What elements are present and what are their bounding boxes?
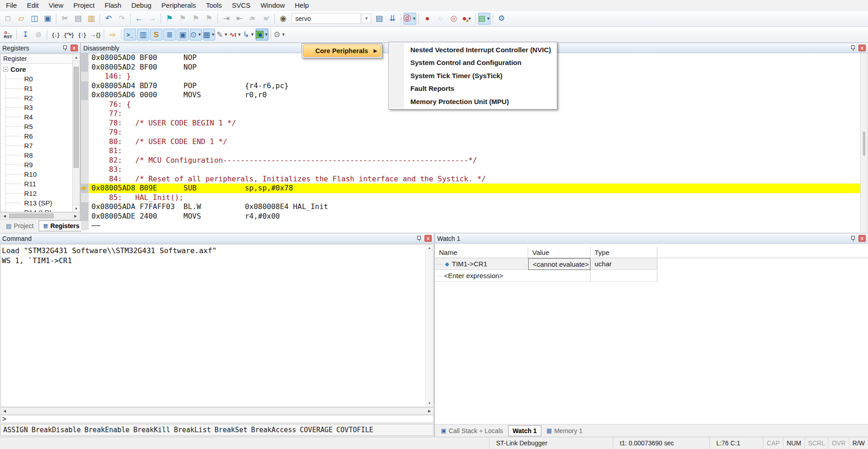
disassembly-line[interactable]: 79: <box>81 128 860 137</box>
indent-button[interactable]: ⇥ <box>220 13 232 25</box>
show-next-statement-button[interactable]: ⇨ <box>106 29 119 40</box>
navigate-back-button[interactable]: ← <box>133 13 145 25</box>
register-row[interactable]: R9 <box>3 160 72 170</box>
bookmark-prev-button[interactable]: ⚑ <box>190 13 202 25</box>
disassembly-line[interactable]: ⇨ 0x08005AD8 B09E SUB sp,sp,#0x78 <box>81 184 860 193</box>
scroll-up-icon[interactable]: ▲ <box>428 246 431 250</box>
disassembly-line[interactable]: 83: <box>81 165 860 175</box>
separator[interactable] <box>271 30 271 40</box>
find-in-files-button[interactable]: ◉ <box>277 13 289 25</box>
save-button[interactable]: ◫ <box>28 13 40 25</box>
redo-button[interactable]: ↷ <box>116 13 128 25</box>
separator[interactable] <box>161 14 161 24</box>
disassembly-gutter-cell[interactable] <box>81 212 89 221</box>
separator[interactable] <box>56 14 56 24</box>
command-input[interactable]: > <box>0 415 434 423</box>
disassembly-line[interactable]: 0x08005ADA F7FAFF03 BL.W 0x080008E4 HAL_… <box>81 202 860 212</box>
tab-memory-1[interactable]: ▦ Memory 1 <box>542 425 587 436</box>
analysis-window-button[interactable]: ∿t ▼ <box>229 29 242 40</box>
disassembly-vertical-scrollbar[interactable] <box>860 53 868 232</box>
separator[interactable] <box>274 14 275 24</box>
collapse-icon[interactable]: – <box>3 67 8 72</box>
dropdown-arrow-icon[interactable]: ▼ <box>250 32 254 37</box>
navigate-forward-button[interactable]: → <box>146 13 158 25</box>
close-icon[interactable]: x <box>858 235 866 242</box>
menu-item-system-control[interactable]: System Control and Configuration <box>390 56 556 70</box>
command-horizontal-scrollbar[interactable]: ◀ ▶ <box>0 407 434 414</box>
disassembly-gutter-cell[interactable] <box>81 63 89 72</box>
separator[interactable] <box>100 14 100 24</box>
command-shortcut-button[interactable]: COVERAGE <box>298 426 334 434</box>
command-vertical-scrollbar[interactable]: ▲ ▼ <box>425 244 433 407</box>
dropdown-arrow-icon[interactable]: ▼ <box>264 32 268 37</box>
disassembly-line[interactable]: 78: /* USER CODE BEGIN 1 */ <box>81 119 860 128</box>
disassembly-gutter-cell[interactable] <box>81 128 89 137</box>
separator[interactable] <box>493 14 493 24</box>
watch-column-value[interactable]: Value <box>528 247 590 258</box>
menu-view[interactable]: View <box>44 0 68 10</box>
step-into-button[interactable]: {↓} <box>50 29 62 40</box>
step-over-button[interactable]: {↷} <box>63 29 75 40</box>
watch-type-cell[interactable]: uchar <box>590 258 657 270</box>
find-next-button[interactable]: ▤ <box>373 13 385 25</box>
command-shortcut-button[interactable]: BreakList <box>172 426 212 434</box>
disassembly-gutter-cell[interactable] <box>81 156 89 165</box>
disassembly-gutter-cell[interactable] <box>81 90 89 100</box>
command-shortcut-button[interactable]: BreakAccess <box>249 426 298 434</box>
menu-window[interactable]: Window <box>256 0 290 10</box>
open-file-button[interactable]: ▱ <box>15 13 27 25</box>
menu-help[interactable]: Help <box>290 0 314 10</box>
watch-type-cell[interactable] <box>590 270 657 282</box>
disassembly-window-button[interactable]: ▥ <box>137 29 149 40</box>
dropdown-arrow-icon[interactable]: ▼ <box>412 16 416 21</box>
menu-project[interactable]: Project <box>68 0 100 10</box>
watch-window-button[interactable]: ⊙ ▼ <box>190 29 202 40</box>
register-row[interactable]: R12 <box>3 189 72 198</box>
disable-breakpoint-button[interactable]: ○ <box>434 13 447 25</box>
separator[interactable] <box>16 30 17 40</box>
scroll-up-icon[interactable]: ▲ <box>73 54 80 61</box>
disassembly-line[interactable]: —— <box>81 221 860 230</box>
dropdown-arrow-icon[interactable]: ▼ <box>282 32 286 37</box>
close-icon[interactable]: x <box>424 235 432 242</box>
incremental-find-button[interactable]: ⇊ <box>386 13 399 25</box>
disassembly-gutter-cell[interactable] <box>81 109 89 119</box>
menu-peripherals[interactable]: Peripherals <box>156 0 201 10</box>
command-window-button[interactable]: >_ <box>124 29 136 40</box>
register-row[interactable]: R6 <box>3 131 72 141</box>
tab-watch-1[interactable]: Watch 1 <box>508 425 541 436</box>
register-row[interactable]: R13 (SP) <box>3 198 72 208</box>
disassembly-line[interactable]: 85: HAL_Init(); <box>81 193 860 203</box>
registers-window-button[interactable]: ≣ <box>163 29 176 40</box>
tab-project[interactable]: ▤ Project <box>1 220 38 231</box>
register-row[interactable]: R3 <box>3 103 72 112</box>
register-row[interactable]: R2 <box>3 93 72 103</box>
kill-all-breakpoints-button[interactable]: ● ▼ <box>461 13 473 25</box>
menu-tools[interactable]: Tools <box>201 0 227 10</box>
disassembly-gutter-cell[interactable] <box>81 81 89 91</box>
scroll-right-icon[interactable]: ▶ <box>426 409 433 413</box>
watch-column-type[interactable]: Type <box>590 247 657 258</box>
disassembly-gutter-cell[interactable] <box>81 193 89 203</box>
bookmark-clear-button[interactable]: ⚑ <box>203 13 215 25</box>
scroll-left-icon[interactable]: ◀ <box>1 214 8 218</box>
separator[interactable] <box>217 14 218 24</box>
watch-name-cell[interactable]: <Enter expression> <box>435 270 528 282</box>
disassembly-gutter-cell[interactable] <box>81 202 89 212</box>
disassembly-gutter-cell[interactable] <box>81 72 89 81</box>
register-group-core[interactable]: – Core <box>3 65 72 74</box>
save-all-button[interactable]: ▣ <box>41 13 54 25</box>
watch-value-cell[interactable] <box>528 270 590 282</box>
register-row[interactable]: R1 <box>3 84 72 93</box>
scroll-down-icon[interactable]: ▼ <box>428 401 431 405</box>
dropdown-arrow-icon[interactable]: ▼ <box>486 16 490 21</box>
separator[interactable] <box>401 14 401 24</box>
register-row[interactable]: R10 <box>3 170 72 179</box>
watch-name-cell[interactable]: ◆ TIM1->CR1 <box>435 258 528 270</box>
watch-column-name[interactable]: Name <box>435 247 528 258</box>
bookmark-next-button[interactable]: ⚑ <box>177 13 189 25</box>
scroll-right-icon[interactable]: ▶ <box>72 214 79 218</box>
menu-item-systick[interactable]: System Tick Timer (SysTick) <box>390 69 556 82</box>
separator[interactable] <box>475 14 476 24</box>
watch-row[interactable]: ◆ TIM1->CR1 <cannot evaluate> uchar <box>435 258 868 270</box>
